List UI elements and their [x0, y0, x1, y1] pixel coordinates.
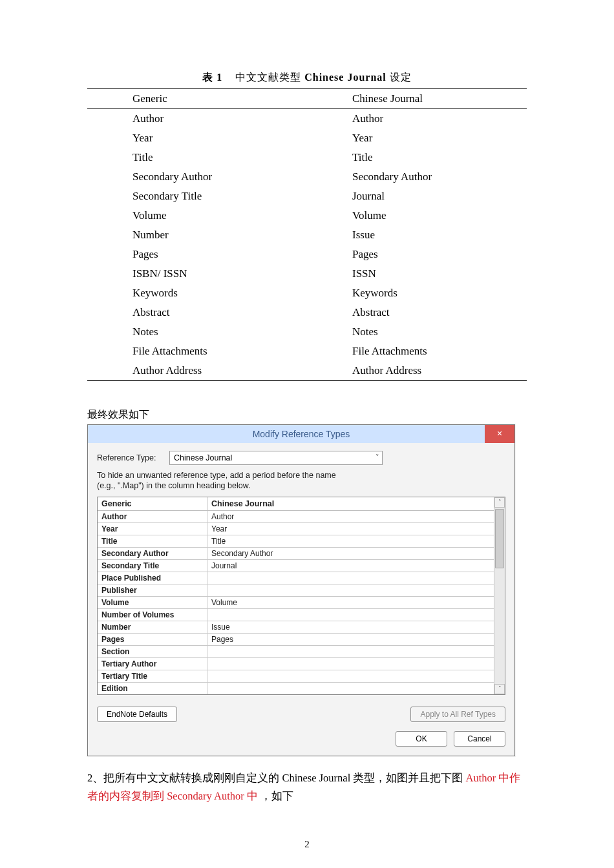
scroll-thumb[interactable] [495, 509, 504, 568]
endnote-defaults-button[interactable]: EndNote Defaults [97, 707, 177, 722]
scroll-up-button[interactable]: ˄ [494, 497, 505, 508]
table1-cell-generic: ISBN/ ISSN [87, 264, 307, 284]
table1-cell-generic: Number [87, 225, 307, 245]
grid-cell-generic: Secondary Title [98, 560, 207, 572]
modify-ref-types-dialog: Modify Reference Types × Reference Type:… [87, 424, 515, 756]
scroll-down-button[interactable]: ˅ [494, 684, 505, 694]
grid-cell-custom[interactable] [207, 609, 505, 621]
grid-cell-generic: Tertiary Author [98, 658, 207, 670]
table1-cell-custom: Secondary Author [307, 167, 527, 187]
table1-cell-generic: Volume [87, 206, 307, 225]
table1-cell-generic: Notes [87, 322, 307, 342]
table1-cell-generic: Author Address [87, 361, 307, 381]
table1-cell-generic: Author [87, 109, 307, 129]
grid-cell-custom[interactable] [207, 646, 505, 657]
reference-type-select[interactable]: ˅ [169, 451, 383, 465]
grid-cell-custom[interactable]: Journal [207, 560, 505, 572]
grid-row[interactable]: Secondary TitleJournal [98, 559, 505, 572]
table1-caption: 表 1 中文文献类型 Chinese Journal 设定 [87, 71, 527, 85]
cancel-button[interactable]: Cancel [454, 731, 505, 747]
table1-cell-custom: Year [307, 129, 527, 148]
grid-cell-generic: Pages [98, 634, 207, 645]
grid-row[interactable]: VolumeVolume [98, 596, 505, 608]
grid-cell-generic: Year [98, 523, 207, 535]
table1-cell-generic: File Attachments [87, 342, 307, 361]
chevron-up-icon: ˄ [498, 499, 502, 505]
grid-row[interactable]: YearYear [98, 522, 505, 535]
table1-cell-custom: Issue [307, 225, 527, 245]
grid-row[interactable]: Section [98, 645, 505, 657]
grid-cell-generic: Tertiary Title [98, 670, 207, 682]
grid-cell-custom[interactable]: Volume [207, 597, 505, 608]
grid-cell-generic: Title [98, 535, 207, 547]
table1-cell-generic: Secondary Title [87, 187, 307, 206]
table1: Generic Chinese Journal AuthorAuthorYear… [87, 88, 527, 381]
grid-row[interactable]: Edition [98, 682, 505, 694]
table1-cell-custom: Title [307, 148, 527, 167]
grid-cell-generic: Volume [98, 597, 207, 608]
close-icon: × [497, 428, 502, 439]
dialog-title: Modify Reference Types [253, 429, 350, 439]
narration-final-effect: 最终效果如下 [87, 408, 527, 422]
apply-all-ref-types-button[interactable]: Apply to All Ref Types [410, 707, 505, 722]
table1-cell-custom: Pages [307, 245, 527, 264]
grid-row[interactable]: Tertiary Title [98, 670, 505, 682]
grid-cell-generic: Author [98, 511, 207, 522]
grid-cell-generic: Section [98, 646, 207, 657]
table1-cell-custom: Notes [307, 322, 527, 342]
grid-cell-custom[interactable]: Issue [207, 621, 505, 633]
table1-cell-custom: ISSN [307, 264, 527, 284]
grid-cell-generic: Number [98, 621, 207, 633]
grid-row[interactable]: TitleTitle [98, 535, 505, 547]
grid-cell-custom[interactable] [207, 572, 505, 584]
grid-cell-custom[interactable] [207, 584, 505, 596]
dialog-hint: To hide an unwanted reference type, add … [97, 470, 505, 491]
ok-button[interactable]: OK [396, 731, 447, 747]
table1-cell-generic: Pages [87, 245, 307, 264]
grid-cell-custom[interactable]: Pages [207, 634, 505, 645]
table1-cell-custom: Author [307, 109, 527, 129]
grid-row[interactable]: Place Published [98, 572, 505, 584]
grid-cell-custom[interactable]: Secondary Author [207, 548, 505, 559]
table1-cell-generic: Year [87, 129, 307, 148]
table1-cell-custom: Journal [307, 187, 527, 206]
grid-row[interactable]: NumberIssue [98, 621, 505, 633]
table1-header-left: Generic [87, 89, 307, 109]
table1-cell-generic: Abstract [87, 303, 307, 322]
reference-type-input[interactable] [169, 451, 383, 465]
dialog-titlebar[interactable]: Modify Reference Types × [88, 425, 514, 443]
grid-row[interactable]: Secondary AuthorSecondary Author [98, 547, 505, 559]
grid-cell-custom[interactable] [207, 670, 505, 682]
grid-header-generic: Generic [98, 497, 207, 510]
grid-cell-generic: Publisher [98, 584, 207, 596]
table1-header-right: Chinese Journal [307, 89, 527, 109]
grid-cell-generic: Number of Volumes [98, 609, 207, 621]
table1-cell-custom: Author Address [307, 361, 527, 381]
table1-cell-custom: Keywords [307, 284, 527, 303]
grid-cell-custom[interactable]: Year [207, 523, 505, 535]
grid-cell-generic: Secondary Author [98, 548, 207, 559]
grid-scrollbar[interactable]: ˄ ˅ [494, 497, 505, 694]
close-button[interactable]: × [485, 425, 514, 443]
grid-row[interactable]: AuthorAuthor [98, 511, 505, 522]
grid-cell-generic: Edition [98, 683, 207, 694]
table1-cell-generic: Title [87, 148, 307, 167]
grid-row[interactable]: Publisher [98, 584, 505, 596]
paragraph-step2: 2、把所有中文文献转换成刚刚自定义的 Chinese Journal 类型，如图… [87, 769, 527, 807]
table1-cell-custom: File Attachments [307, 342, 527, 361]
grid-cell-generic: Place Published [98, 572, 207, 584]
fields-grid: Generic Chinese Journal AuthorAuthorYear… [97, 497, 505, 695]
grid-row[interactable]: Tertiary Author [98, 657, 505, 670]
table1-cell-generic: Secondary Author [87, 167, 307, 187]
grid-header-custom: Chinese Journal [207, 497, 505, 510]
grid-cell-custom[interactable]: Title [207, 535, 505, 547]
table1-cell-custom: Abstract [307, 303, 527, 322]
grid-cell-custom[interactable]: Author [207, 511, 505, 522]
chevron-down-icon: ˅ [498, 685, 502, 692]
grid-cell-custom[interactable] [207, 658, 505, 670]
page-number: 2 [0, 839, 614, 850]
grid-cell-custom[interactable] [207, 683, 505, 694]
reference-type-label: Reference Type: [97, 453, 169, 462]
grid-row[interactable]: PagesPages [98, 633, 505, 645]
grid-row[interactable]: Number of Volumes [98, 608, 505, 621]
